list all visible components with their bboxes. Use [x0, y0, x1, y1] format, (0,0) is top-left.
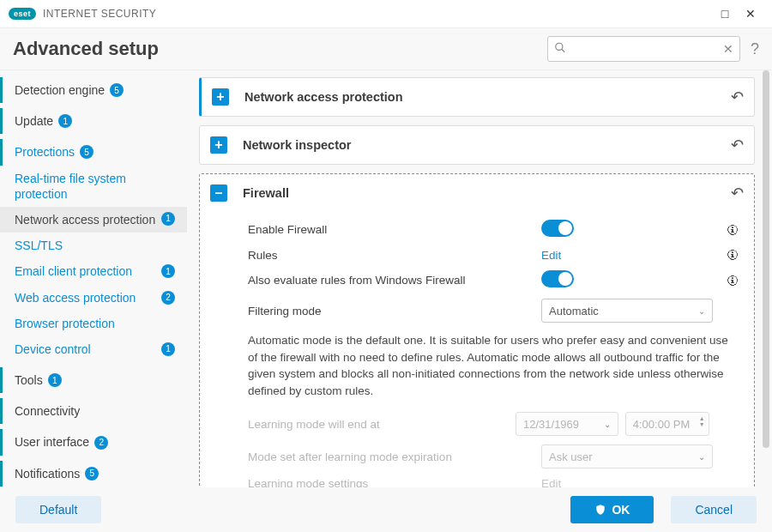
- sidebar-item-label: Email client protection: [15, 263, 156, 279]
- panel-title: Firewall: [243, 186, 724, 200]
- panel-header[interactable]: Network access protection ↶: [202, 78, 754, 116]
- panel-title: Network access protection: [244, 90, 724, 104]
- scrollbar[interactable]: [760, 70, 772, 487]
- sidebar-item-notifications[interactable]: Notifications 5: [0, 461, 187, 487]
- sidebar-item-label: Tools: [15, 372, 43, 388]
- sidebar-item-label: Detection engine: [15, 82, 105, 98]
- sidebar-item-label: Update: [15, 113, 53, 129]
- filtering-mode-description: Automatic mode is the default one. It is…: [248, 327, 739, 408]
- sidebar-item-network-access-protection[interactable]: Network access protection 1: [0, 207, 187, 233]
- badge: 1: [161, 212, 175, 226]
- row-label: Also evaluate rules from Windows Firewal…: [248, 274, 541, 287]
- sidebar-item-label: Device control: [15, 342, 156, 357]
- search-input[interactable]: [547, 36, 740, 62]
- toggle-enable-firewall[interactable]: [541, 220, 574, 237]
- learning-settings-edit-link[interactable]: Edit: [541, 477, 561, 487]
- sidebar-item-realtime-protection[interactable]: Real-time file system protection: [0, 166, 187, 207]
- panel-header[interactable]: Firewall ↶: [200, 174, 754, 212]
- row-rules: Rules Edit 🛈: [248, 244, 739, 266]
- panel-header[interactable]: Network inspector ↶: [200, 126, 754, 164]
- row-label: Learning mode will end at: [248, 418, 516, 431]
- help-icon[interactable]: ?: [751, 40, 759, 58]
- row-filtering-mode: Filtering mode Automatic ⌄: [248, 294, 739, 327]
- search-box: ✕: [547, 36, 740, 62]
- badge: 1: [58, 114, 72, 128]
- default-button[interactable]: Default: [15, 496, 101, 523]
- filtering-mode-select[interactable]: Automatic ⌄: [541, 299, 713, 323]
- select-value: Automatic: [549, 305, 599, 317]
- sidebar-item-email-client-protection[interactable]: Email client protection 1: [0, 258, 187, 284]
- collapse-icon[interactable]: [210, 184, 227, 202]
- sidebar-item-label: Notifications: [15, 466, 80, 481]
- sidebar-item-ssl-tls[interactable]: SSL/TLS: [0, 233, 187, 258]
- toggle-also-evaluate[interactable]: [541, 270, 574, 287]
- main-content: Network access protection ↶ Network insp…: [187, 70, 760, 487]
- sidebar-item-browser-protection[interactable]: Browser protection: [0, 311, 187, 336]
- sidebar-item-label: Real-time file system protection: [15, 171, 175, 202]
- sidebar-item-label: Connectivity: [15, 403, 80, 419]
- sidebar-item-update[interactable]: Update 1: [0, 108, 187, 134]
- sidebar-item-web-access-protection[interactable]: Web access protection 2: [0, 285, 187, 311]
- row-label: Rules: [248, 249, 541, 262]
- sidebar-item-label: Web access protection: [15, 290, 156, 305]
- mode-after-select[interactable]: Ask user ⌄: [541, 444, 713, 469]
- row-also-evaluate: Also evaluate rules from Windows Firewal…: [248, 266, 739, 294]
- sidebar-item-detection-engine[interactable]: Detection engine 5: [0, 77, 187, 103]
- badge: 1: [161, 342, 175, 356]
- select-value: Ask user: [549, 450, 593, 463]
- chevron-down-icon: ⌄: [604, 420, 611, 429]
- chevron-down-icon: ⌄: [698, 306, 705, 316]
- sidebar-item-device-control[interactable]: Device control 1: [0, 336, 187, 362]
- ok-button-label: OK: [612, 503, 630, 517]
- learning-end-time[interactable]: 4:00:00 PM ▲▼: [625, 412, 709, 436]
- expand-icon[interactable]: [210, 136, 227, 154]
- edit-rules-link[interactable]: Edit: [541, 249, 561, 262]
- time-value: 4:00:00 PM: [633, 418, 691, 431]
- badge: 2: [94, 436, 108, 450]
- row-mode-after-expiration: Mode set after learning mode expiration …: [248, 440, 739, 473]
- info-icon[interactable]: 🛈: [727, 248, 739, 262]
- info-icon[interactable]: 🛈: [727, 274, 739, 287]
- sidebar-item-label: Protections: [15, 144, 75, 160]
- scrollbar-thumb[interactable]: [763, 70, 769, 448]
- cancel-button[interactable]: Cancel: [671, 496, 757, 523]
- window-maximize-icon[interactable]: □: [712, 7, 738, 21]
- sidebar-item-label: Network access protection: [15, 212, 156, 227]
- row-label: Mode set after learning mode expiration: [248, 450, 541, 463]
- sidebar-item-user-interface[interactable]: User interface 2: [0, 429, 187, 455]
- window-close-icon[interactable]: ✕: [738, 7, 763, 21]
- badge: 1: [48, 373, 62, 387]
- revert-icon[interactable]: ↶: [731, 88, 744, 106]
- badge: 1: [161, 264, 175, 278]
- learning-end-date[interactable]: 12/31/1969 ⌄: [516, 412, 618, 436]
- revert-icon[interactable]: ↶: [731, 184, 744, 203]
- ok-button[interactable]: OK: [570, 496, 654, 523]
- spinner-icon: ▲▼: [699, 415, 705, 427]
- panel-network-inspector: Network inspector ↶: [199, 125, 755, 165]
- footer: Default OK Cancel: [0, 487, 772, 532]
- date-value: 12/31/1969: [523, 418, 579, 431]
- badge: 5: [85, 467, 99, 481]
- expand-icon[interactable]: [212, 88, 229, 106]
- titlebar: eset INTERNET SECURITY □ ✕: [0, 0, 772, 27]
- info-icon[interactable]: 🛈: [727, 223, 739, 237]
- row-learning-end: Learning mode will end at 12/31/1969 ⌄ 4…: [248, 408, 739, 440]
- sidebar-item-tools[interactable]: Tools 1: [0, 367, 187, 393]
- badge: 5: [110, 83, 124, 97]
- panel-firewall: Firewall ↶ Enable Firewall 🛈 Rules: [199, 173, 755, 487]
- page-title: Advanced setup: [13, 38, 159, 60]
- sidebar-item-protections[interactable]: Protections 5: [0, 139, 187, 165]
- sidebar: Detection engine 5 Update 1 Protections …: [0, 70, 187, 487]
- row-label: Learning mode settings: [248, 477, 541, 487]
- sidebar-item-connectivity[interactable]: Connectivity: [0, 398, 187, 424]
- panel-title: Network inspector: [243, 138, 724, 152]
- revert-icon[interactable]: ↶: [731, 136, 744, 154]
- brand-badge: eset: [9, 8, 36, 20]
- clear-icon[interactable]: ✕: [723, 42, 733, 56]
- brand-name: INTERNET SECURITY: [43, 8, 156, 20]
- sidebar-item-label: Browser protection: [15, 316, 175, 331]
- header: Advanced setup ✕ ?: [0, 27, 772, 70]
- sidebar-item-label: User interface: [15, 434, 89, 450]
- row-label: Filtering mode: [248, 305, 541, 317]
- shield-icon: [594, 504, 606, 516]
